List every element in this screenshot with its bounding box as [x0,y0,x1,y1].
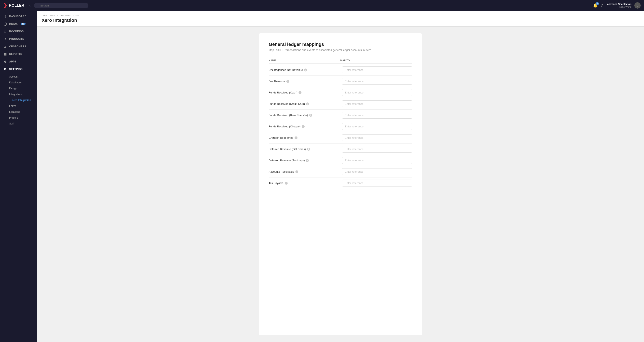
sidebar-subitem-printers[interactable]: Printers [0,115,37,121]
sidebar-subitem-forms[interactable]: Forms [0,103,37,109]
info-icon-tax-payable[interactable]: i [285,182,288,184]
reference-input-tax-payable[interactable] [342,180,412,186]
reference-input-wrapper-funds-received-cash [342,89,412,96]
table-header: NAME MAP TO [269,58,412,64]
search-wrapper: 🔍 [34,3,88,8]
sidebar-item-reports[interactable]: ▩ Reports [0,50,37,58]
breadcrumb-integrations: INTEGRATIONS [60,14,79,17]
mapping-row-groupon-redeemed: Groupon Redeemedi [269,132,412,144]
sidebar-label-customers: Customers [9,45,26,48]
reference-input-wrapper-fee-revenue [342,78,412,85]
apps-icon: ⊕ [3,60,7,63]
sidebar-item-dashboard[interactable]: ⋮ Dashboard [0,12,37,20]
account-label: Account [9,75,18,78]
mapping-name-funds-received-cash: Funds Received (Cash)i [269,91,339,94]
info-icon-deferred-revenue-gift-cards[interactable]: i [307,148,310,151]
breadcrumb: SETTINGS / INTEGRATIONS [42,14,639,17]
mapping-row-deferred-revenue-gift-cards: Deferred Revenue (Gift Cards)i [269,144,412,155]
reference-input-wrapper-funds-received-bank-transfer [342,112,412,118]
info-icon-funds-received-bank-transfer[interactable]: i [309,114,312,117]
mapping-name-deferred-revenue-bookings: Deferred Revenue (Bookings)i [269,159,339,162]
reference-input-wrapper-funds-received-cheque [342,123,412,130]
card-subtitle: Map ROLLER transactions and events to as… [269,48,412,52]
mapping-name-funds-received-credit-card: Funds Received (Credit Card)i [269,102,339,106]
forms-label: Forms [9,104,16,108]
help-button[interactable]: ? [601,3,603,8]
user-info: Lawrence Shackleton RollerWorld [606,3,632,8]
reference-input-wrapper-tax-payable [342,180,412,186]
reference-input-funds-received-cheque[interactable] [342,123,412,130]
column-name: NAME [269,59,340,62]
mapping-row-funds-received-credit-card: Funds Received (Credit Card)i [269,98,412,110]
mapping-name-groupon-redeemed: Groupon Redeemedi [269,136,339,139]
reference-input-wrapper-deferred-revenue-bookings [342,157,412,164]
design-label: Design [9,87,17,90]
info-icon-funds-received-cash[interactable]: i [298,91,302,94]
locations-label: Locations [9,110,20,113]
mapping-row-funds-received-bank-transfer: Funds Received (Bank Transfer)i [269,110,412,121]
mapping-row-uncategorised-net-revenue: Uncategorised Net Revenuei [269,64,412,76]
info-icon-funds-received-credit-card[interactable]: i [306,102,309,106]
reference-input-wrapper-funds-received-credit-card [342,100,412,107]
inbox-badge: 10 [21,23,26,25]
main-layout: ⋮ Dashboard ◯ Inbox 10 □ Bookings ✦ Prod… [0,11,644,342]
reference-input-deferred-revenue-gift-cards[interactable] [342,146,412,152]
reference-input-accounts-receivable[interactable] [342,168,412,175]
reference-input-funds-received-cash[interactable] [342,89,412,96]
dashboard-icon: ⋮ [3,15,7,18]
nav-right: 🔔 1 ? Lawrence Shackleton RollerWorld ⌄ [593,2,641,8]
reference-input-deferred-revenue-bookings[interactable] [342,157,412,164]
sidebar-item-inbox[interactable]: ◯ Inbox 10 [0,20,37,28]
sidebar-item-settings[interactable]: ⚙ Settings [0,66,37,73]
info-icon-fee-revenue[interactable]: i [286,80,289,83]
reports-icon: ▩ [3,52,7,56]
products-icon: ✦ [3,37,7,41]
reference-input-funds-received-bank-transfer[interactable] [342,112,412,118]
sidebar-item-bookings[interactable]: □ Bookings [0,28,37,35]
sidebar-subitem-staff[interactable]: Staff [0,121,37,126]
integrations-label: Integrations [9,93,22,96]
settings-icon: ⚙ [3,68,7,71]
mapping-name-fee-revenue: Fee Revenuei [269,80,339,83]
mapping-name-funds-received-cheque: Funds Received (Cheque)i [269,125,339,128]
sidebar-subitem-design[interactable]: Design [0,86,37,91]
reference-input-groupon-redeemed[interactable] [342,134,412,141]
staff-label: Staff [9,122,14,125]
mapping-row-tax-payable: Tax Payablei [269,178,412,189]
info-icon-uncategorised-net-revenue[interactable]: i [304,68,307,72]
info-icon-accounts-receivable[interactable]: i [296,170,298,173]
printers-label: Printers [9,116,18,119]
info-icon-groupon-redeemed[interactable]: i [294,136,298,139]
reference-input-funds-received-credit-card[interactable] [342,100,412,107]
user-name: Lawrence Shackleton [606,3,632,6]
customers-icon: ▲ [3,45,7,48]
sidebar-subitem-integrations[interactable]: Integrations [0,91,37,97]
sidebar-subitem-locations[interactable]: Locations [0,109,37,115]
sidebar-item-customers[interactable]: ▲ Customers [0,43,37,50]
reference-input-fee-revenue[interactable] [342,78,412,85]
sidebar-subitem-account[interactable]: Account [0,74,37,80]
info-icon-funds-received-cheque[interactable]: i [302,125,304,128]
app-logo: ❯ ROLLER [3,3,24,8]
search-input[interactable] [34,3,88,8]
ledger-mappings-card: General ledger mappings Map ROLLER trans… [259,33,422,335]
content-area: General ledger mappings Map ROLLER trans… [37,26,644,342]
sidebar-label-bookings: Bookings [9,30,24,33]
info-icon-deferred-revenue-bookings[interactable]: i [306,159,309,162]
sidebar-subitem-xero[interactable]: Xero Integration [0,97,37,103]
sidebar-label-reports: Reports [9,52,22,56]
nav-toggle-button[interactable]: ‹ [28,2,32,8]
top-navigation: ❯ ROLLER ‹ 🔍 🔔 1 ? Lawrence Shackleton R… [0,0,644,11]
reference-input-uncategorised-net-revenue[interactable] [342,66,412,73]
inbox-icon: ◯ [3,22,7,26]
mapping-name-accounts-receivable: Accounts Receivablei [269,170,339,173]
sidebar-item-products[interactable]: ✦ Products [0,35,37,43]
settings-subnav: Account Data import Design Integrations … [0,73,37,126]
user-avatar[interactable]: ⌄ [634,2,641,8]
sidebar-subitem-data-import[interactable]: Data import [0,80,37,86]
reference-input-wrapper-uncategorised-net-revenue [342,66,412,73]
data-import-label: Data import [9,81,22,84]
sidebar-item-apps[interactable]: ⊕ Apps [0,58,37,66]
notifications-button[interactable]: 🔔 1 [593,3,598,8]
page-header: SETTINGS / INTEGRATIONS Xero Integration [37,11,644,26]
